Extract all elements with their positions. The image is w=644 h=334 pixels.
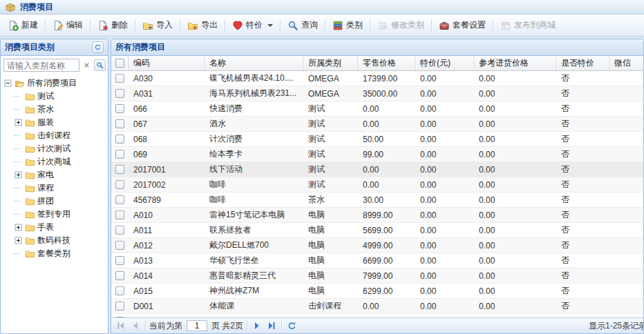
column-header-code[interactable]: 编码 [129,56,205,70]
cell-is-special: 否 [556,208,609,222]
prev-page-button[interactable] [129,320,142,332]
toolbar-button-edit[interactable]: 编辑 [48,17,88,33]
pager-refresh-button[interactable] [285,320,298,332]
row-checkbox[interactable] [115,165,124,174]
column-header-retail-price[interactable]: 零售价格 [358,56,415,70]
toolbar-button-query[interactable]: 查询 [283,17,323,33]
toolbar-button-package-settings[interactable]: 套餐设置 [434,17,491,33]
tree-node[interactable]: 家电 [1,168,108,181]
row-checkbox-cell [111,71,129,86]
page-number-input[interactable] [187,320,207,331]
row-checkbox[interactable] [115,74,124,83]
tree-node[interactable]: 击剑课程 [1,129,108,142]
clear-search-button[interactable] [81,59,93,71]
table-row[interactable]: A013华硕飞行堡垒电脑6699.000.000.00否 [111,253,644,268]
table-row[interactable]: A012戴尔DELL燃700电脑4999.000.000.00否 [111,238,644,253]
cell-retail-price: 0.00 [358,299,415,313]
row-checkbox-cell [111,208,129,222]
column-header-ref-purchase-price[interactable]: 参考进货价格 [474,56,556,70]
column-header-name[interactable]: 名称 [205,56,303,70]
next-page-button[interactable] [251,320,263,332]
tree-node[interactable]: 茶水 [1,103,108,116]
toolbar-button-export[interactable]: 导出 [182,17,222,33]
table-row[interactable]: A010雷神15寸笔记本电脑电脑8999.000.000.00否 [111,208,644,223]
row-checkbox[interactable] [115,302,124,311]
column-header-special-price[interactable]: 特价(元) [415,56,474,70]
table-row[interactable]: 2017002咖啡测试0.000.000.00否 [111,177,644,193]
content-area: 消费项目类别 所有消费项目测试茶水服装击剑课程计次测试计次商城家电课程拼团签 [0,37,644,334]
search-button[interactable] [94,59,106,71]
pager-label-prefix: 当前为第 [149,320,182,332]
first-page-button[interactable] [115,320,127,332]
cell-retail-price: 8999.00 [358,208,415,222]
toolbar-button-delete[interactable]: 删除 [93,17,133,33]
row-checkbox[interactable] [115,271,124,280]
table-row[interactable]: A014惠普暗影精灵三代电脑7999.000.000.00否 [111,268,644,284]
column-header-wechat[interactable]: 微信 [609,56,644,70]
table-row[interactable]: 067酒水测试0.000.000.00否 [111,117,644,132]
cell-name: 联系拯救者 [205,223,303,237]
tree-node[interactable]: 所有消费项目 [1,77,108,90]
cell-retail-price: 17399.00 [358,71,415,86]
toolbar-button-modify-category[interactable]: 修改类别 [372,17,429,33]
collapse-icon[interactable] [3,79,12,87]
toolbar-button-label: 新建 [21,19,38,31]
cell-retail-price: 7999.00 [358,268,415,283]
row-checkbox[interactable] [115,195,124,204]
cell-ref-purchase-price: 0.00 [474,162,556,177]
refresh-button[interactable] [92,41,104,53]
row-checkbox[interactable] [115,135,124,144]
table-row[interactable]: A031海马系列机械男表231...OMEGA35000.000.000.00否 [111,86,644,101]
tree-node[interactable]: 测试 [1,90,108,103]
table-row[interactable]: A011联系拯救者电脑5699.000.000.00否 [111,223,644,238]
row-checkbox[interactable] [115,241,124,250]
row-checkbox[interactable] [115,104,124,113]
category-search-input[interactable] [3,59,79,72]
table-row[interactable]: A030碟飞机械男表424.10....OMEGA17399.000.000.0… [111,71,644,86]
row-checkbox[interactable] [115,180,124,189]
table-row[interactable]: A015神州战神Z7M电脑6299.000.000.00否 [111,284,644,299]
column-header-category[interactable]: 所属类别 [303,56,358,70]
tree-node[interactable]: 签到专用 [1,208,108,221]
tree-node[interactable]: 套餐类别 [1,247,108,260]
row-checkbox[interactable] [115,210,124,219]
expand-icon[interactable] [14,171,23,179]
row-checkbox[interactable] [115,256,124,265]
row-checkbox[interactable] [115,226,124,235]
tree-node[interactable]: 手表 [1,221,108,234]
tree-node[interactable]: 课程 [1,181,108,195]
table-row[interactable]: D001体能课击剑课程0.000.000.00否 [111,299,644,314]
table-row[interactable]: 2017001线下活动测试0.000.000.00否 [111,162,644,177]
row-checkbox[interactable] [115,150,124,159]
cell-wechat [609,177,644,192]
page-add-icon [8,20,19,31]
tree-node[interactable]: 数码科技 [1,234,108,247]
table-row[interactable]: 069绘本季卡测试99.000.000.00否 [111,147,644,162]
cell-retail-price: 30.00 [358,193,415,207]
row-checkbox[interactable] [115,89,124,98]
toolbar-button-new[interactable]: 新建 [3,17,43,33]
select-all-checkbox[interactable] [115,59,124,68]
tree-node[interactable]: 计次测试 [1,142,108,155]
column-header-is-special[interactable]: 是否特价 [556,56,609,70]
last-page-button[interactable] [265,320,278,332]
expand-icon[interactable] [14,119,23,126]
toolbar: 新建编辑删除导入导出特价查询类别修改类别套餐设置发布到商城 [0,14,644,37]
cell-wechat [609,101,644,116]
row-checkbox[interactable] [115,119,124,128]
row-checkbox[interactable] [115,286,124,295]
folder-export-icon [187,20,198,31]
toolbar-button-import[interactable]: 导入 [138,17,178,33]
table-row[interactable]: 068计次消费测试50.000.000.00否 [111,132,644,147]
toolbar-button-category[interactable]: 类别 [328,17,368,33]
toolbar-button-publish-to-mall[interactable]: 发布到商城 [495,17,560,33]
toolbar-button-special-price[interactable]: 特价 [227,17,278,33]
table-row[interactable]: 066快速消费测试0.000.000.00否 [111,101,644,117]
tree-node[interactable]: 服装 [1,116,108,129]
cell-ref-purchase-price: 0.00 [474,117,556,131]
expand-icon[interactable] [14,237,23,244]
expand-icon[interactable] [14,224,23,231]
tree-node[interactable]: 计次商城 [1,155,108,168]
table-row[interactable]: 456789咖啡茶水30.000.000.00否 [111,193,644,208]
tree-node[interactable]: 拼团 [1,195,108,208]
